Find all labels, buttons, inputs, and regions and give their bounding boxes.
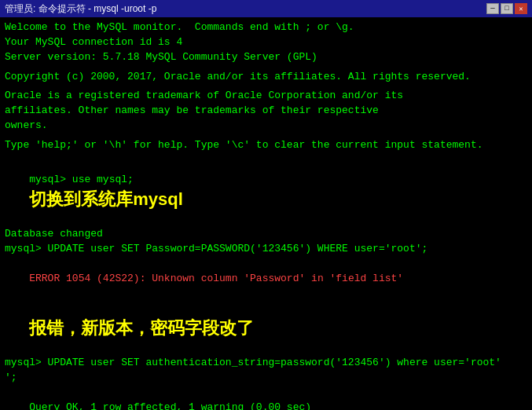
terminal-line-3: Server version: 5.7.18 MySQL Community S… xyxy=(5,50,527,65)
terminal-line-8: affiliates. Other names may be trademark… xyxy=(5,104,527,119)
minimize-button[interactable]: ─ xyxy=(486,3,499,14)
terminal-annotation2-line: 报错，新版本，密码字段改了 xyxy=(5,301,527,356)
terminal-area[interactable]: Welcome to the MySQL monitor. Commands e… xyxy=(0,17,532,410)
terminal-use-line: mysql> use mysql; 切换到系统库mysql xyxy=(5,158,527,227)
terminal-line-9: owners. xyxy=(5,119,527,134)
terminal-line-7: Oracle is a registered trademark of Orac… xyxy=(5,89,527,104)
maximize-button[interactable]: □ xyxy=(501,3,513,14)
error-text: ERROR 1054 (42S22): Unknown column 'Pass… xyxy=(29,273,403,284)
close-button[interactable]: ✕ xyxy=(515,3,527,14)
window-controls: ─ □ ✕ xyxy=(486,3,527,14)
terminal-queryok1-line: Query OK, 1 row affected, 1 warning (0.0… xyxy=(5,386,527,410)
query-ok-1: Query OK, 1 row affected, 1 warning (0.0… xyxy=(29,401,311,411)
terminal-line-5: Copyright (c) 2000, 2017, Oracle and/or … xyxy=(5,70,527,85)
prompt-use: mysql> use mysql; xyxy=(29,174,134,185)
title-bar: 管理员: 命令提示符 - mysql -uroot -p ─ □ ✕ xyxy=(0,0,532,17)
window-title: 管理员: 命令提示符 - mysql -uroot -p xyxy=(5,2,156,16)
terminal-update2: mysql> UPDATE user SET authentication_st… xyxy=(5,356,527,371)
annotation-2: 报错，新版本，密码字段改了 xyxy=(29,318,254,338)
terminal-error-line: ERROR 1054 (42S22): Unknown column 'Pass… xyxy=(5,257,527,302)
terminal-line-11: Type 'help;' or '\h' for help. Type '\c'… xyxy=(5,138,527,153)
terminal-line-2: Your MySQL connection id is 4 xyxy=(5,35,527,50)
terminal-db-changed: Database changed xyxy=(5,227,527,242)
terminal-line-1: Welcome to the MySQL monitor. Commands e… xyxy=(5,20,527,35)
terminal-update2b: '; xyxy=(5,371,527,386)
terminal-update1: mysql> UPDATE user SET Password=PASSWORD… xyxy=(5,242,527,257)
annotation-1: 切换到系统库mysql xyxy=(29,189,183,209)
